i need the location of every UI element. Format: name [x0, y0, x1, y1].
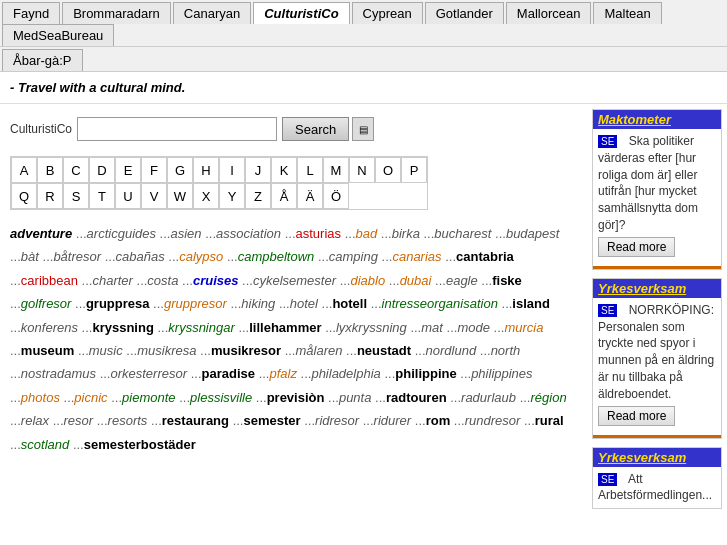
alpha-h[interactable]: H [193, 157, 219, 183]
tag-cantabria[interactable]: cantabria [456, 249, 514, 264]
tag-lyxkryssning[interactable]: lyxkryssning [336, 320, 407, 335]
alpha-r[interactable]: R [37, 183, 63, 209]
alpha-e[interactable]: E [115, 157, 141, 183]
nav-tab-cyprean[interactable]: Cyprean [352, 2, 423, 24]
alpha-x[interactable]: X [193, 183, 219, 209]
tag-intresseorganisation[interactable]: intresseorganisation [382, 296, 498, 311]
tag-photos[interactable]: photos [21, 390, 60, 405]
tag-semesterbostäder[interactable]: semesterbostäder [84, 437, 196, 452]
alpha-p[interactable]: P [401, 157, 427, 183]
tag-målaren[interactable]: målaren [295, 343, 342, 358]
tag-birka[interactable]: birka [392, 226, 420, 241]
alpha-t[interactable]: T [89, 183, 115, 209]
tag-mode[interactable]: mode [457, 320, 490, 335]
nav-tab2-åbar-gà:p[interactable]: Åbar-gà:P [2, 49, 83, 71]
tag-hiking[interactable]: hiking [241, 296, 275, 311]
tag-eagle[interactable]: eagle [446, 273, 478, 288]
alpha-l[interactable]: L [297, 157, 323, 183]
alpha-ö[interactable]: Ö [323, 183, 349, 209]
tag-konferens[interactable]: konferens [21, 320, 78, 335]
tag-ridresor[interactable]: ridresor [315, 413, 359, 428]
nav-tab-maltean[interactable]: Maltean [593, 2, 661, 24]
tag-adventure[interactable]: adventure [10, 226, 72, 241]
tag-asturias[interactable]: asturias [296, 226, 342, 241]
alpha-q[interactable]: Q [11, 183, 37, 209]
alpha-d[interactable]: D [89, 157, 115, 183]
tag-gruppresa[interactable]: gruppresa [86, 296, 150, 311]
tag-plessisville[interactable]: plessisville [190, 390, 252, 405]
alpha-å[interactable]: Å [271, 183, 297, 209]
tag-caribbean[interactable]: caribbean [21, 273, 78, 288]
nav-tab-mallorcean[interactable]: Mallorcean [506, 2, 592, 24]
tag-ridurer[interactable]: ridurer [374, 413, 412, 428]
tag-cruises[interactable]: cruises [193, 273, 239, 288]
tag-nostradamus[interactable]: nostradamus [21, 366, 96, 381]
tag-music[interactable]: music [89, 343, 123, 358]
tag-camping[interactable]: camping [329, 249, 378, 264]
tag-kryssning[interactable]: kryssning [92, 320, 153, 335]
tag-philippine[interactable]: philippine [395, 366, 456, 381]
tag-orkesterresor[interactable]: orkesterresor [110, 366, 187, 381]
tag-association[interactable]: association [216, 226, 281, 241]
tag-costa[interactable]: costa [147, 273, 178, 288]
tag-philadelphia[interactable]: philadelphia [311, 366, 380, 381]
tag-hotel[interactable]: hotel [290, 296, 318, 311]
tag-resor[interactable]: resor [64, 413, 94, 428]
alpha-f[interactable]: F [141, 157, 167, 183]
alpha-s[interactable]: S [63, 183, 89, 209]
tag-paradise[interactable]: paradise [202, 366, 255, 381]
tag-nordlund[interactable]: nordlund [426, 343, 477, 358]
tag-gruppresor[interactable]: gruppresor [164, 296, 227, 311]
tag-campbeltown[interactable]: campbeltown [238, 249, 315, 264]
search-input[interactable] [77, 117, 277, 141]
tag-resorts[interactable]: resorts [108, 413, 148, 428]
tag-rundresor[interactable]: rundresor [465, 413, 521, 428]
alpha-z[interactable]: Z [245, 183, 271, 209]
tag-murcia[interactable]: murcia [504, 320, 543, 335]
alpha-g[interactable]: G [167, 157, 193, 183]
tag-rural[interactable]: rural [535, 413, 564, 428]
tag-calypso[interactable]: calypso [179, 249, 223, 264]
tag-diablo[interactable]: diablo [350, 273, 385, 288]
tag-previsiòn[interactable]: previsiòn [267, 390, 325, 405]
tag-asien[interactable]: asien [170, 226, 201, 241]
sidebar-title-1[interactable]: Yrkesverksam [593, 279, 721, 298]
tag-båtresor[interactable]: båtresor [53, 249, 101, 264]
tag-radtouren[interactable]: radtouren [386, 390, 447, 405]
read-more-button-0[interactable]: Read more [598, 237, 675, 257]
tag-picnic[interactable]: picnic [74, 390, 107, 405]
tag-north[interactable]: north [491, 343, 521, 358]
tag-golfresor[interactable]: golfresor [21, 296, 72, 311]
tag-cykelsemester[interactable]: cykelsemester [253, 273, 336, 288]
tag-pfalz[interactable]: pfalz [269, 366, 296, 381]
nav-tab-faynd[interactable]: Faynd [2, 2, 60, 24]
tag-restaurang[interactable]: restaurang [162, 413, 229, 428]
tag-canarias[interactable]: canarias [392, 249, 441, 264]
tag-kryssningar[interactable]: kryssningar [168, 320, 234, 335]
search-button[interactable]: Search [282, 117, 349, 141]
tag-punta[interactable]: punta [339, 390, 372, 405]
tag-semester[interactable]: semester [243, 413, 300, 428]
tag-island[interactable]: island [512, 296, 550, 311]
alpha-u[interactable]: U [115, 183, 141, 209]
alpha-ä[interactable]: Ä [297, 183, 323, 209]
alpha-y[interactable]: Y [219, 183, 245, 209]
tag-bad[interactable]: bad [356, 226, 378, 241]
tag-bucharest[interactable]: bucharest [434, 226, 491, 241]
tag-budapest[interactable]: budapest [506, 226, 560, 241]
tag-dubai[interactable]: dubai [400, 273, 432, 288]
nav-tab-medseabureau[interactable]: MedSeaBureau [2, 24, 114, 46]
alpha-n[interactable]: N [349, 157, 375, 183]
sidebar-title-0[interactable]: Maktometer [593, 110, 721, 129]
alpha-k[interactable]: K [271, 157, 297, 183]
sidebar-title-2[interactable]: Yrkesverksam [593, 448, 721, 467]
tag-lillehammer[interactable]: lillehammer [249, 320, 321, 335]
tag-région[interactable]: région [530, 390, 566, 405]
nav-tab-culturistico[interactable]: CulturistiCo [253, 2, 349, 24]
alpha-c[interactable]: C [63, 157, 89, 183]
tag-neustadt[interactable]: neustadt [357, 343, 411, 358]
tag-arcticguides[interactable]: arcticguides [87, 226, 156, 241]
alpha-i[interactable]: I [219, 157, 245, 183]
tag-scotland[interactable]: scotland [21, 437, 69, 452]
tag-bàt[interactable]: bàt [21, 249, 39, 264]
